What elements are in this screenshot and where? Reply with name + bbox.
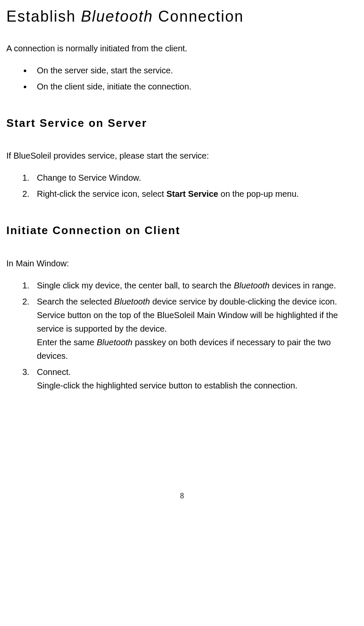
- step-line1-italic: Bluetooth: [114, 297, 150, 306]
- section2-intro: In Main Window:: [6, 257, 358, 270]
- title-part2: Bluetooth: [81, 8, 153, 25]
- list-item: On the client side, initiate the connect…: [32, 80, 358, 93]
- step-prefix: Single click my device, the center ball,…: [37, 281, 234, 290]
- list-item: Search the selected Bluetooth device ser…: [32, 295, 358, 363]
- intro-text: A connection is normally initiated from …: [6, 42, 358, 55]
- step-line1: Connect.: [37, 367, 71, 377]
- section-heading: Start Service on Server: [6, 115, 358, 132]
- section1-steps: Change to Service Window. Right-click th…: [6, 171, 358, 201]
- list-item: Connect. Single-click the highlighted se…: [32, 365, 358, 392]
- step-line1-suffix: device service by double-clicking the de…: [150, 297, 337, 306]
- list-item: On the server side, start the service.: [32, 64, 358, 77]
- section2-steps: Single click my device, the center ball,…: [6, 279, 358, 392]
- page-number: 8: [6, 490, 358, 502]
- section-heading: Initiate Connection on Client: [6, 222, 358, 240]
- list-item: Change to Service Window.: [32, 171, 358, 184]
- step-prefix: Right-click the service icon, select: [37, 189, 167, 198]
- step-line3-prefix: Enter the same: [37, 338, 97, 347]
- list-item: Right-click the service icon, select Sta…: [32, 187, 358, 201]
- title-part1: Establish: [6, 8, 81, 25]
- step-suffix: on the pop-up menu.: [218, 189, 299, 198]
- step-line2: Service button on the top of the BlueSol…: [37, 310, 338, 333]
- step-line2: Single-click the highlighted service but…: [37, 381, 297, 390]
- step-suffix: devices in range.: [270, 281, 336, 290]
- list-item: Single click my device, the center ball,…: [32, 279, 358, 292]
- step-line1-prefix: Search the selected: [37, 297, 114, 306]
- step-line3-italic: Bluetooth: [97, 338, 133, 347]
- page-title: Establish Bluetooth Connection: [6, 4, 358, 29]
- step-italic: Bluetooth: [234, 281, 270, 290]
- title-part3: Connection: [153, 8, 244, 25]
- step-bold: Start Service: [167, 189, 218, 198]
- intro-list: On the server side, start the service. O…: [6, 64, 358, 93]
- section1-intro: If BlueSoleil provides service, please s…: [6, 149, 358, 162]
